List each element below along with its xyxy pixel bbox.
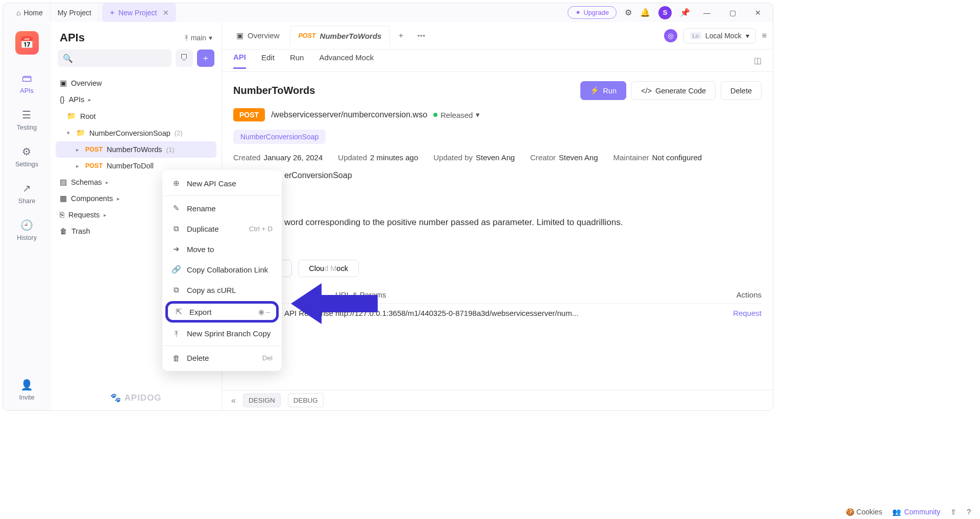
share-icon: ↗ (20, 182, 33, 194)
rail-apis[interactable]: 🗃 APIs (20, 72, 33, 94)
filter-button[interactable]: ⛉ (176, 50, 193, 67)
run-button[interactable]: ⚡ Run (580, 81, 626, 100)
ctx-delete[interactable]: 🗑 Delete Del (162, 348, 282, 368)
subtab-edit[interactable]: Edit (261, 53, 275, 68)
tag-pill[interactable]: NumberConversionSoap (233, 130, 326, 144)
compass-icon[interactable]: ◎ (664, 29, 677, 42)
service-text: erConversionSoap (233, 171, 762, 180)
code-icon: </> (641, 87, 652, 95)
tree-root[interactable]: 📁 Root (56, 108, 216, 125)
generate-code-button[interactable]: </> Generate Code (631, 81, 716, 100)
plus-icon: ＋ (397, 31, 405, 40)
settings-icon: ⚙ (20, 145, 33, 158)
rail-invite[interactable]: 👤 Invite (19, 379, 35, 401)
branch-selector[interactable]: ᛡ main ▾ (184, 34, 212, 42)
api-path: /webservicesserver/numberconversion.wso (271, 110, 427, 119)
trash-icon: 🗑 (60, 227, 67, 235)
subtab-advmock[interactable]: Advanced Mock (319, 53, 374, 68)
environment-selector[interactable]: Lo Local Mock ▾ (683, 28, 756, 43)
tree-folder-numberconversion[interactable]: ▾ 📁 NumberConversionSoap (2) (56, 125, 216, 141)
col-actions: Actions (716, 290, 762, 299)
rail-testing[interactable]: ☰ Testing (17, 109, 37, 131)
upgrade-button[interactable]: ✦ Upgrade (568, 6, 617, 19)
tab-my-project[interactable]: My Project (51, 3, 99, 22)
link-icon: 🔗 (172, 265, 181, 274)
chevron-right-icon: ▸ (76, 163, 81, 169)
sparkle-icon: ✦ (109, 9, 115, 17)
method-badge: POST (85, 146, 103, 153)
search-input[interactable]: 🔍 (58, 50, 172, 67)
chevron-right-icon: ▸ (104, 212, 109, 218)
pin-icon[interactable]: 📌 (680, 8, 690, 17)
schema-icon: ▤ (60, 178, 67, 186)
avatar[interactable]: S (658, 6, 672, 19)
tree-apis[interactable]: {} APIs ▸ (56, 91, 216, 108)
components-icon: ▦ (60, 194, 67, 203)
api-icon: {} (60, 95, 65, 104)
mock-tab-cloud[interactable]: Cloud Mock (298, 260, 359, 277)
app-logo[interactable]: 📅 (15, 31, 39, 55)
request-link[interactable]: Request (716, 309, 762, 317)
folder-icon: 📁 (67, 112, 76, 120)
left-rail: 📅 🗃 APIs ☰ Testing ⚙ Settings ↗ Share 🕘 … (3, 22, 51, 410)
bell-icon[interactable]: 🔔 (640, 8, 650, 17)
col-url: URL & Params (335, 290, 716, 299)
ctx-new-api-case[interactable]: ⊕ New API Case (162, 173, 282, 193)
tree-overview[interactable]: ▣ Overview (56, 75, 216, 91)
chevron-down-icon: ▾ (476, 110, 480, 119)
move-icon: ➜ (172, 244, 181, 254)
panel-toggle-icon[interactable]: ◫ (754, 56, 762, 65)
tab-home[interactable]: ⌂ Home (9, 3, 51, 22)
window-minimize[interactable]: — (698, 9, 716, 17)
ctx-export[interactable]: ⇱ Export ◉ – (165, 301, 279, 323)
subtab-api[interactable]: API (233, 53, 246, 69)
status-selector[interactable]: Released ▾ (433, 110, 480, 119)
ctx-new-sprint[interactable]: ᛡ New Sprint Branch Copy (162, 324, 282, 343)
ctx-duplicate[interactable]: ⧉ Duplicate Ctrl + D (162, 218, 282, 239)
export-icon: ⇱ (174, 307, 183, 316)
close-tab-icon[interactable]: ✕ (163, 9, 169, 17)
delete-button[interactable]: Delete (721, 81, 762, 100)
sidebar-title: APIs (60, 31, 85, 44)
ctx-move-to[interactable]: ➜ Move to (162, 239, 282, 259)
search-icon: 🔍 (63, 54, 73, 63)
ctx-rename[interactable]: ✎ Rename (162, 198, 282, 218)
titlebar: ⌂ Home My Project ✦ New Project ✕ ✦ Upgr… (3, 3, 773, 22)
method-badge: POST (299, 32, 316, 39)
tab-new-project[interactable]: ✦ New Project ✕ (102, 3, 176, 22)
trash-icon: 🗑 (172, 354, 181, 362)
requests-icon: ⎘ (60, 211, 64, 219)
rail-share[interactable]: ↗ Share (18, 182, 35, 205)
tab-overview[interactable]: ▣ Overview (228, 26, 288, 46)
window-close[interactable]: ✕ (749, 9, 767, 17)
tab-more[interactable]: ••• (412, 26, 430, 46)
ctx-copy-curl[interactable]: ⧉ Copy as cURL (162, 280, 282, 300)
window-maximize[interactable]: ▢ (724, 9, 741, 17)
history-icon: 🕘 (21, 219, 33, 231)
collapse-icon[interactable]: « (231, 396, 236, 405)
api-subtabs: API Edit Run Advanced Mock ◫ (222, 50, 773, 72)
tab-numbertowords[interactable]: POST NumberToWords (290, 26, 390, 46)
branch-icon: ᛡ (172, 329, 181, 338)
chevron-right-icon: ▸ (117, 195, 122, 202)
plus-circle-icon: ⊕ (172, 179, 181, 188)
mode-debug[interactable]: DEBUG (288, 393, 324, 407)
subtab-run[interactable]: Run (290, 53, 304, 68)
gear-icon[interactable]: ⚙ (625, 8, 632, 17)
tree-item-numbertowords[interactable]: ▸ POST NumberToWords (1) (56, 141, 216, 158)
menu-icon[interactable]: ≡ (762, 31, 767, 40)
bottom-bar: « DESIGN DEBUG 🍪 Cookies 👥 Community ⇪ ? (222, 390, 773, 410)
add-button[interactable]: ＋ (197, 50, 214, 67)
ctx-copy-collab[interactable]: 🔗 Copy Collaboration Link (162, 259, 282, 280)
rail-history[interactable]: 🕘 History (17, 219, 37, 241)
rail-settings[interactable]: ⚙ Settings (15, 145, 38, 168)
folder-icon: 📁 (76, 129, 85, 137)
status-dot-icon (433, 113, 437, 117)
tab-add[interactable]: ＋ (392, 26, 410, 46)
sparkle-icon: ✦ (575, 9, 581, 16)
chevron-right-icon: ▸ (76, 146, 81, 153)
tab-project-label: My Project (58, 9, 91, 17)
mode-design[interactable]: DESIGN (243, 393, 281, 407)
paw-icon: 🐾 (110, 393, 124, 403)
chevron-right-icon: ▸ (106, 179, 111, 186)
